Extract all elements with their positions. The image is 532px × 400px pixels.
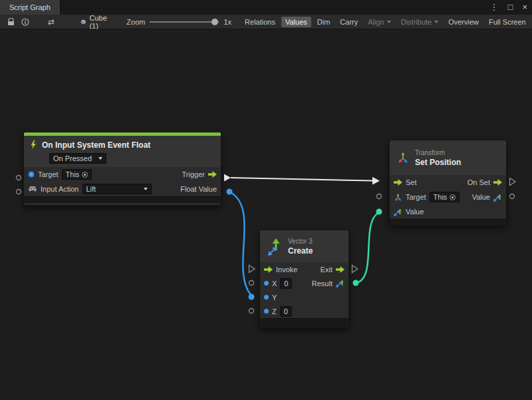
node-title: Create (288, 246, 313, 256)
vector-value-icon (394, 208, 402, 216)
transform-rows: Set On Set Target This (390, 175, 506, 219)
graph-owner[interactable]: Cube (1) (80, 14, 109, 30)
object-picker-icon[interactable] (450, 194, 456, 200)
target-label: Target (406, 193, 426, 201)
exit-label: Exit (321, 266, 332, 274)
input-action-icon (28, 186, 37, 192)
port-trigger-out[interactable] (224, 174, 231, 182)
script-graph-window: Script Graph ⋮ □ × ⇄ Cube (1) Zoom 1x Re… (0, 0, 532, 400)
invoke-label: Invoke (276, 266, 297, 274)
port-float-value-out[interactable] (227, 189, 233, 195)
zoom-slider-knob[interactable] (211, 19, 218, 25)
dropdown-caret-icon (434, 21, 438, 23)
lightning-icon (29, 140, 37, 150)
flow-arrow-icon (264, 266, 273, 273)
toolbar-buttons: Relations Values Dim Carry Align Distrib… (241, 17, 530, 27)
dropdown-caret-icon (98, 157, 102, 160)
close-icon[interactable]: × (517, 0, 532, 15)
port-z-in[interactable] (249, 309, 254, 313)
set-label: Set (406, 178, 417, 186)
zoom-control: Zoom 1x (126, 18, 231, 26)
result-label: Result (312, 280, 332, 288)
x-value-field[interactable]: 0 (280, 278, 292, 289)
x-row: X 0 Result (260, 276, 348, 290)
transform-target-row: Target This Value (390, 190, 506, 204)
target-label: Target (38, 170, 59, 178)
vector3-icon (267, 237, 283, 256)
input-action-label: Input Action (41, 185, 79, 193)
port-transform-target-in[interactable] (377, 194, 382, 199)
y-label: Y (272, 294, 277, 301)
axis-icon (394, 193, 402, 202)
info-icon[interactable] (18, 18, 33, 26)
set-row: Set On Set (390, 175, 506, 190)
full-screen-button[interactable]: Full Screen (485, 17, 530, 27)
port-transform-value-out[interactable] (510, 194, 515, 199)
on-set-label: On Set (467, 178, 490, 186)
x-label: X (272, 280, 277, 288)
event-footer (24, 196, 221, 203)
dim-button[interactable]: Dim (313, 17, 334, 27)
port-event-action-in[interactable] (17, 190, 21, 194)
port-x-in[interactable] (249, 281, 254, 286)
node-title: Set Position (415, 158, 461, 167)
graph-canvas[interactable]: On Input System Event Float On Pressed T… (0, 29, 532, 400)
transform-target-field[interactable]: This (430, 192, 460, 202)
event-rows: Target This Trigger (24, 167, 221, 196)
window-menu-icon[interactable]: ⋮ (485, 0, 503, 15)
relations-button[interactable]: Relations (241, 17, 279, 27)
tab-label: Script Graph (9, 3, 51, 11)
node-transform-set-position[interactable]: Transform Set Position Set On Set (389, 140, 507, 226)
event-target-row: Target This Trigger (24, 167, 221, 182)
invoke-row: Invoke Exit (260, 262, 348, 276)
transform-icon (396, 151, 410, 164)
event-mode-dropdown[interactable]: On Pressed (49, 153, 106, 164)
transform-header: Transform Set Position (390, 140, 506, 175)
trigger-label: Trigger (182, 170, 205, 178)
wire-floatvalue-to-y[interactable] (229, 192, 251, 295)
port-event-target-in[interactable] (17, 176, 21, 180)
values-button[interactable]: Values (281, 17, 311, 27)
vector-value-icon (336, 279, 344, 288)
port-set-in[interactable] (372, 177, 380, 185)
vector-value-icon (493, 193, 502, 202)
input-action-dropdown[interactable]: Lift (82, 184, 152, 194)
node-category: Vector 3 (288, 238, 313, 246)
z-value-field[interactable]: 0 (280, 306, 292, 317)
maximize-icon[interactable]: □ (503, 0, 518, 15)
distribute-button[interactable]: Distribute (397, 17, 442, 27)
swap-icon[interactable]: ⇄ (45, 17, 58, 27)
zoom-label: Zoom (126, 18, 145, 26)
value-out-label: Value (472, 193, 490, 201)
node-category: Transform (415, 149, 461, 157)
wire-result-to-value[interactable] (356, 213, 378, 283)
float-port-icon (264, 295, 269, 300)
align-button[interactable]: Align (364, 17, 394, 27)
dropdown-caret-icon (387, 21, 391, 23)
port-y-in[interactable] (249, 294, 255, 300)
y-row: Y (260, 290, 348, 304)
flow-arrow-icon (208, 171, 217, 178)
titlebar: Script Graph ⋮ □ × (0, 0, 532, 15)
node-title: On Input System Event Float (42, 140, 150, 150)
tab-script-graph[interactable]: Script Graph (0, 0, 61, 15)
port-transform-value-in[interactable] (376, 209, 382, 215)
port-exit-out[interactable] (352, 266, 358, 273)
wire-trigger-to-set[interactable] (224, 174, 380, 185)
node-vector3-create[interactable]: Vector 3 Create Invoke Exit X (259, 230, 349, 328)
node-on-input-system-event-float[interactable]: On Input System Event Float On Pressed T… (23, 132, 221, 206)
port-invoke-in[interactable] (249, 266, 255, 273)
zoom-value: 1x (223, 18, 231, 26)
vector3-footer (260, 318, 348, 327)
zoom-slider-track[interactable] (150, 21, 219, 23)
port-on-set-out[interactable] (510, 178, 516, 186)
port-result-out[interactable] (353, 280, 359, 286)
event-action-row: Input Action Lift Float Value (24, 182, 221, 196)
target-object-field[interactable]: This (62, 169, 92, 180)
overview-button[interactable]: Overview (444, 17, 483, 27)
lock-icon[interactable] (4, 18, 18, 26)
vector3-header: Vector 3 Create (260, 230, 348, 262)
object-picker-icon[interactable] (82, 172, 88, 178)
z-row: Z 0 (260, 304, 348, 318)
carry-button[interactable]: Carry (336, 17, 362, 27)
